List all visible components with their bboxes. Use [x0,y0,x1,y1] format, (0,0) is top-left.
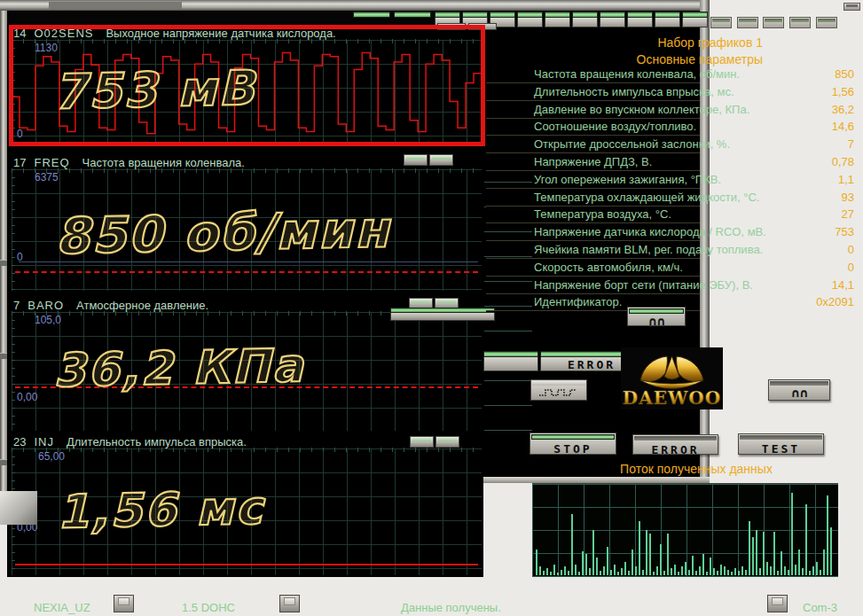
stream-spike [706,572,708,575]
param-row[interactable]: Напряжение ДПДЗ, В.0,78 [486,155,854,172]
stream-spike [571,514,573,575]
stream-spike [592,530,594,575]
panel-corner-button[interactable] [737,17,758,28]
stream-spike [660,544,662,575]
param-label: Идентификатор. [534,295,622,308]
scope-scale-button[interactable] [435,436,459,448]
scope-scale-button[interactable] [410,436,434,448]
stream-spike [795,565,796,575]
stream-spike [674,565,676,575]
param-row[interactable]: Температура воздуха, °С.27 [486,207,854,224]
param-row[interactable]: Скорость автомобиля, км/ч.0 [486,261,854,277]
param-row[interactable]: Длительность импульса впрыска, мс.1,56 [486,85,854,102]
stream-spike [667,534,669,575]
param-value: 1,1 [838,173,854,186]
waveform-mode-button[interactable] [530,379,587,401]
signal-waveform-icon [537,386,580,398]
stream-spike [578,572,580,575]
scope-scale-button[interactable] [429,154,453,166]
led-indicator [531,434,615,440]
stream-spike [621,568,623,575]
daewoo-wordmark: DAEWOO [623,387,721,409]
status-button-engine[interactable] [279,595,300,612]
stream-spike [649,534,651,575]
param-row[interactable]: Угол опережения зажигания, °ПКВ.1,1 [486,173,854,190]
led-bar-segment[interactable] [483,351,538,373]
window-frame-bottom [483,477,710,483]
toolbar-led-button[interactable] [572,12,598,27]
scope-led-bar[interactable] [390,308,495,321]
freq-value: 850 об/мин [54,200,390,265]
status-button-port[interactable] [767,595,788,612]
panel-corner-button[interactable] [816,17,837,28]
param-row[interactable]: Напряжение датчика кислорода / RCO, мВ.7… [486,225,854,242]
panel-corner-button[interactable] [710,17,732,28]
stream-spike [770,566,772,575]
stream-spike [596,558,598,575]
stream-spike [553,565,555,575]
stream-spike [642,570,644,575]
stop-button[interactable]: STOP [530,433,616,455]
stream-spike [539,566,541,575]
toolbar-led-button[interactable] [600,12,625,27]
stream-spike [713,568,715,575]
param-row[interactable]: Температура охлаждающей жидкости, °С.93 [486,191,854,207]
scope-scale-button[interactable] [404,154,428,166]
param-value: 1,56 [832,85,854,98]
error-label: ERROR [633,441,718,456]
daewoo-emblem-icon: DAEWOO [621,347,723,409]
stream-title: Поток полученных данных [550,462,843,476]
frame-handle[interactable] [0,459,7,465]
panel-corner-button[interactable] [789,17,811,28]
scale-max: 6375 [35,171,59,183]
frame-handle[interactable] [0,353,7,359]
book-icon: ∩∩ [628,315,685,328]
panel-corner-button[interactable] [763,17,784,28]
param-row[interactable]: Ячейкиа памяти BLM, рег. подачу топлива.… [486,243,854,260]
led-indicator [394,12,431,18]
toolbar-led-button[interactable] [545,12,570,27]
param-row[interactable]: Соотношение воздух/топливо.14,6 [486,120,854,136]
status-engine: 1.5 DOHC [182,601,235,614]
stream-spike [695,571,697,575]
toolbar-led-button[interactable] [517,12,543,27]
param-value: 93 [842,191,854,204]
scale-min: 0,00 [17,391,37,403]
toolbar-led-button[interactable] [627,12,653,27]
stream-spike [820,570,821,575]
window-frame-inset [49,2,182,9]
error-button[interactable]: ERROR [632,434,718,455]
param-row[interactable]: Напряжение борт сети (питание ЭБУ), В.14… [486,278,854,295]
stream-spike [710,558,711,575]
scope-panel-freq[interactable]: 17FREQЧастота вращения коленвала. 6375 0… [7,154,483,292]
stream-spike [582,551,584,575]
param-value: 0 [848,243,854,256]
scope-panel-inj[interactable]: 23INJДлительность импульса впрыска. 65,0… [7,433,483,577]
window-frame-left [0,11,7,491]
param-row[interactable]: Давление во впускном коллекторе, КПа.36,… [486,103,854,120]
param-label: Открытие дроссельной заслонки, %. [534,137,730,151]
status-button-vehicle[interactable] [114,595,134,612]
stream-spike [603,566,605,575]
stream-spike [561,570,562,575]
stream-spike [788,570,789,575]
test-button[interactable]: TEST [738,433,824,455]
stream-spike [720,565,722,575]
stream-spike [656,566,658,575]
toolbar-led-button[interactable] [682,12,708,27]
window-corner-button[interactable] [843,3,860,11]
channel-code: FREQ [34,156,69,169]
lamp-button-right[interactable]: ∩∩ [768,379,830,401]
stream-spike [557,573,559,575]
stream-spike [745,570,747,575]
frame-handle[interactable] [0,260,7,266]
scale-max: 65,00 [38,450,65,463]
param-row[interactable]: Частота вращения коленвала, об/мин.850 [486,67,854,84]
co-lamp-button[interactable]: ∩∩ [627,307,686,326]
stream-spike [624,562,626,575]
toolbar-led-button[interactable] [655,12,680,27]
channel-description: Частота вращения коленвала. [82,156,245,169]
param-row[interactable]: Открытие дроссельной заслонки, %.7 [486,137,854,154]
param-label: Скорость автомобиля, км/ч. [534,261,683,274]
param-value: 14,6 [832,120,854,133]
